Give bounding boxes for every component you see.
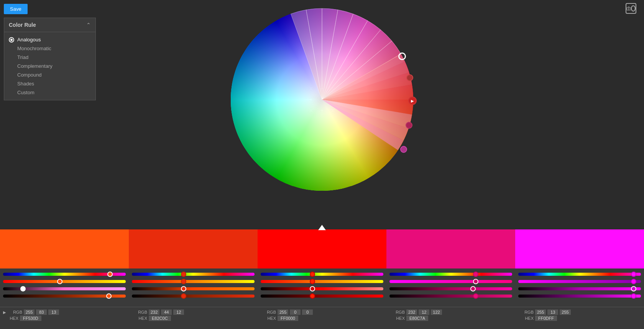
radio-analogous <box>9 37 14 43</box>
svg-point-1 <box>628 8 629 10</box>
swatch-sliders-5 <box>515 268 644 307</box>
color-rule-title: Color Rule <box>9 22 36 28</box>
hex-row-5: HEX FF0DFF <box>518 316 641 321</box>
color-rule-list: Analogous Monochromatic Triad Complement… <box>4 32 95 100</box>
hue-slider-5[interactable] <box>518 271 641 277</box>
swatch-color-1[interactable] <box>0 229 129 268</box>
swatch-col-1: ▶ RGB 255 83 13 HEX FF530D <box>0 229 129 329</box>
wheel-handle-5[interactable] <box>400 146 407 153</box>
swatch-info-5: RGB 255 13 255 HEX FF0DFF <box>515 307 644 329</box>
rgb-values-2: 232 44 12 <box>149 309 184 315</box>
hex-row-4: HEX E80C7A <box>389 316 512 321</box>
hex-val-4: E80C7A <box>406 316 428 321</box>
alpha-slider-5[interactable] <box>518 293 641 299</box>
sat-slider-3[interactable] <box>261 278 383 285</box>
rule-item-monochromatic[interactable]: Monochromatic <box>4 44 95 53</box>
color-wheel-container[interactable]: ▶ <box>230 8 414 192</box>
alpha-slider-1[interactable] <box>3 293 126 299</box>
alpha-slider-3[interactable] <box>261 293 383 299</box>
swatch-info-1: ▶ RGB 255 83 13 HEX FF530D <box>0 307 129 329</box>
bright-slider-3[interactable] <box>261 286 383 292</box>
rgb-row-2: RGB 232 44 12 <box>132 309 255 315</box>
hex-val-1: FF530D <box>20 316 41 321</box>
rgb-g-3: 0 <box>290 309 301 315</box>
camera-icon[interactable] <box>626 3 636 14</box>
rgb-b-4: 122 <box>431 309 442 315</box>
rgb-row-1: ▶ RGB 255 83 13 <box>3 309 126 315</box>
save-button[interactable]: Save <box>4 4 28 14</box>
rgb-values-4: 232 12 122 <box>406 309 442 315</box>
rgb-row-5: RGB 255 13 255 <box>518 309 641 315</box>
color-rule-panel: Color Rule ⌃ Analogous Monochromatic Tri… <box>4 18 96 100</box>
swatch-col-4: RGB 232 12 122 HEX E80C7A <box>386 229 515 329</box>
bright-slider-4[interactable] <box>389 286 512 292</box>
swatch-info-4: RGB 232 12 122 HEX E80C7A <box>386 307 515 329</box>
sat-slider-2[interactable] <box>132 278 255 285</box>
expand-arrow-1[interactable]: ▶ <box>3 310 6 314</box>
alpha-slider-2[interactable] <box>132 293 255 299</box>
fan-svg <box>230 8 414 192</box>
hue-slider-4[interactable] <box>389 271 512 277</box>
color-rule-header: Color Rule ⌃ <box>4 18 95 32</box>
bright-slider-5[interactable] <box>518 286 641 292</box>
collapse-icon[interactable]: ⌃ <box>86 22 91 28</box>
rgb-r-5: 255 <box>535 309 546 315</box>
hue-slider-2[interactable] <box>132 271 255 277</box>
rgb-b-3: 0 <box>302 309 313 315</box>
rgb-g-4: 12 <box>419 309 429 315</box>
rule-item-custom[interactable]: Custom <box>4 88 95 97</box>
rgb-b-5: 255 <box>560 309 570 315</box>
swatch-sliders-2 <box>129 268 258 307</box>
rgb-r-3: 255 <box>278 309 288 315</box>
hex-row-3: HEX FF0000 <box>261 316 383 321</box>
rgb-r-1: 255 <box>24 309 34 315</box>
hex-row-1: HEX FF530D <box>3 316 126 321</box>
swatch-col-2: RGB 232 44 12 HEX E82C0C <box>129 229 258 329</box>
hue-slider-3[interactable] <box>261 271 383 277</box>
wheel-handle-2[interactable] <box>406 74 413 81</box>
swatch-color-4[interactable] <box>386 229 515 268</box>
swatch-color-2[interactable] <box>129 229 258 268</box>
swatch-sliders-4 <box>386 268 515 307</box>
rgb-values-3: 255 0 0 <box>278 309 313 315</box>
hue-slider-1[interactable] <box>3 271 126 277</box>
sat-slider-4[interactable] <box>389 278 512 285</box>
rule-item-compound[interactable]: Compound <box>4 70 95 79</box>
rgb-r-4: 232 <box>406 309 417 315</box>
hex-val-2: E82C0C <box>149 316 171 321</box>
swatch-color-5[interactable] <box>515 229 644 268</box>
alpha-slider-4[interactable] <box>389 293 512 299</box>
rule-item-complementary[interactable]: Complementary <box>4 62 95 70</box>
rgb-values-5: 255 13 255 <box>535 309 571 315</box>
swatch-col-3: RGB 255 0 0 HEX FF0000 <box>258 229 386 329</box>
bright-slider-1[interactable] <box>3 286 126 292</box>
wheel-handle-1[interactable] <box>398 52 406 60</box>
swatch-info-2: RGB 232 44 12 HEX E82C0C <box>129 307 258 329</box>
rgb-g-5: 13 <box>547 309 558 315</box>
sat-slider-5[interactable] <box>518 278 641 285</box>
rgb-b-2: 12 <box>173 309 184 315</box>
triangle-marker <box>318 225 326 230</box>
rgb-r-2: 232 <box>149 309 159 315</box>
swatch-color-3[interactable] <box>258 229 386 268</box>
hex-val-3: FF0000 <box>278 316 298 321</box>
rule-item-shades[interactable]: Shades <box>4 79 95 88</box>
swatch-info-3: RGB 255 0 0 HEX FF0000 <box>258 307 386 329</box>
swatches-area: ▶ RGB 255 83 13 HEX FF530D <box>0 229 644 329</box>
rgb-b-1: 13 <box>48 309 59 315</box>
sat-slider-1[interactable] <box>3 278 126 285</box>
rgb-row-3: RGB 255 0 0 <box>261 309 383 315</box>
rule-item-triad[interactable]: Triad <box>4 53 95 62</box>
swatch-col-5: RGB 255 13 255 HEX FF0DFF <box>515 229 644 329</box>
hex-val-5: FF0DFF <box>535 316 557 321</box>
wheel-handle-4[interactable] <box>406 122 412 129</box>
bright-slider-2[interactable] <box>132 286 255 292</box>
rule-item-analogous[interactable]: Analogous <box>4 35 95 44</box>
rgb-g-2: 44 <box>161 309 172 315</box>
rgb-values-1: 255 83 13 <box>24 309 59 315</box>
rgb-g-1: 83 <box>36 309 47 315</box>
swatch-sliders-3 <box>258 268 386 307</box>
hex-row-2: HEX E82C0C <box>132 316 255 321</box>
wheel-handle-center[interactable]: ▶ <box>408 97 417 105</box>
rgb-row-4: RGB 232 12 122 <box>389 309 512 315</box>
